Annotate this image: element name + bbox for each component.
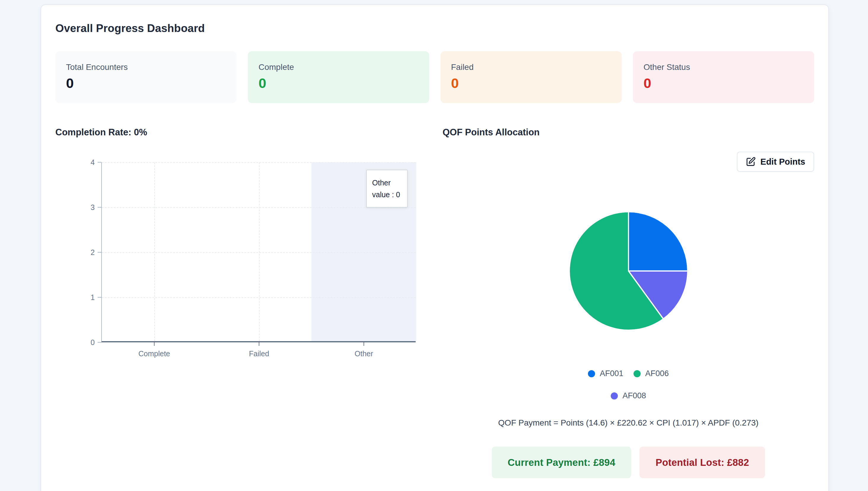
v-gridline — [259, 162, 260, 341]
tooltip-title: Other — [372, 177, 402, 189]
stat-label: Complete — [259, 62, 418, 72]
potential-lost-box: Potential Lost: £882 — [639, 446, 765, 478]
y-tick-mark — [98, 162, 101, 163]
y-tick-mark — [98, 207, 101, 208]
stat-value: 0 — [66, 76, 226, 90]
edit-points-button[interactable]: Edit Points — [737, 152, 814, 172]
stat-value: 0 — [451, 76, 611, 90]
pie-chart-svg — [568, 211, 689, 331]
y-tick-mark — [98, 342, 101, 343]
stat-card-complete: Complete 0 — [248, 51, 429, 103]
dashboard-columns: Completion Rate: 0% 01234CompleteFailedO… — [55, 126, 814, 491]
stat-card-total-encounters: Total Encounters 0 — [55, 51, 237, 103]
page-title: Overall Progress Dashboard — [55, 22, 814, 35]
qof-pie-chart — [443, 211, 814, 331]
y-tick-label: 2 — [75, 248, 95, 257]
stats-row: Total Encounters 0 Complete 0 Failed 0 O… — [55, 51, 814, 103]
legend-item-af001[interactable]: AF001 — [588, 369, 624, 378]
stat-value: 0 — [259, 76, 418, 90]
y-tick-mark — [98, 297, 101, 298]
dashboard-card: Overall Progress Dashboard Total Encount… — [40, 4, 829, 491]
legend-item-af006[interactable]: AF006 — [633, 369, 669, 378]
pie-legend: AF001AF006AF008 — [569, 369, 688, 400]
x-tick-mark — [363, 342, 364, 346]
y-tick-mark — [98, 252, 101, 253]
qof-heading: QOF Points Allocation — [443, 126, 814, 139]
legend-label: AF008 — [623, 391, 646, 400]
chart-tooltip: Othervalue : 0 — [366, 170, 408, 208]
legend-dot — [588, 370, 595, 377]
legend-item-af008[interactable]: AF008 — [611, 391, 646, 400]
qof-section: QOF Points Allocation Edit Points AF001A… — [443, 126, 814, 491]
stat-card-failed: Failed 0 — [441, 51, 622, 103]
stat-label: Failed — [451, 62, 611, 72]
current-payment-box: Current Payment: £894 — [492, 446, 631, 478]
edit-icon — [746, 157, 756, 167]
pie-slice-af001[interactable] — [629, 212, 688, 271]
qof-formula: QOF Payment = Points (14.6) × £220.62 × … — [443, 418, 814, 428]
v-gridline — [154, 162, 155, 341]
stat-label: Total Encounters — [66, 62, 226, 72]
payment-row: Current Payment: £894 Potential Lost: £8… — [443, 446, 814, 478]
x-category-label-other: Other — [328, 349, 399, 358]
legend-label: AF001 — [600, 369, 624, 378]
h-gridline — [102, 162, 416, 163]
completion-section: Completion Rate: 0% 01234CompleteFailedO… — [55, 126, 429, 491]
x-tick-mark — [259, 342, 259, 346]
x-category-label-failed: Failed — [223, 349, 295, 358]
edit-points-button-label: Edit Points — [760, 157, 805, 167]
completion-bar-chart: 01234CompleteFailedOtherOthervalue : 0 — [55, 162, 429, 376]
h-gridline — [102, 297, 416, 298]
stat-card-other-status: Other Status 0 — [633, 51, 814, 103]
x-category-label-complete: Complete — [119, 349, 190, 358]
legend-dot — [633, 370, 641, 377]
qof-toolbar: Edit Points — [443, 152, 814, 172]
tooltip-value: value : 0 — [372, 189, 402, 201]
y-tick-label: 0 — [75, 338, 95, 347]
legend-dot — [611, 393, 618, 400]
y-tick-label: 3 — [75, 203, 95, 212]
y-tick-label: 4 — [75, 158, 95, 167]
h-gridline — [102, 252, 416, 253]
bar-chart-plot-area[interactable]: 01234CompleteFailedOtherOthervalue : 0 — [101, 162, 416, 342]
completion-heading: Completion Rate: 0% — [55, 126, 429, 139]
y-tick-label: 1 — [75, 293, 95, 302]
stat-label: Other Status — [643, 62, 804, 72]
x-tick-mark — [154, 342, 154, 346]
legend-label: AF006 — [646, 369, 669, 378]
stat-value: 0 — [643, 76, 804, 90]
